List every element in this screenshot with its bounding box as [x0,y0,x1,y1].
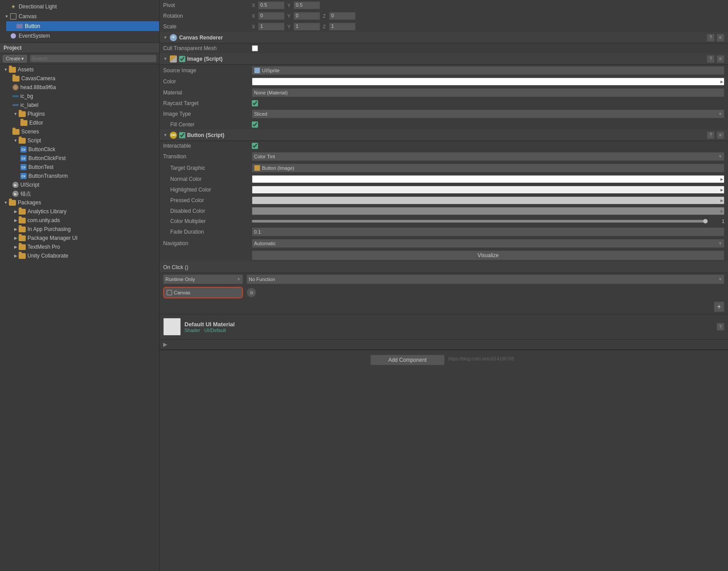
disabled-color-field[interactable]: ▶ [252,207,724,215]
rotation-x-input[interactable]: 0 [258,12,285,20]
visualize-button[interactable]: Visualize [252,250,724,260]
scale-x-input[interactable]: 1 [258,23,285,31]
button-script-menu[interactable]: ≡ [716,131,724,139]
transition-text: Color Tint [254,154,275,159]
transition-field[interactable]: Color Tint ▼ [252,152,724,161]
rotation-z-input[interactable]: 0 [329,12,356,20]
function-dropdown[interactable]: No Function ▼ [247,274,724,284]
project-item-icbg[interactable]: ic_bg [0,92,159,101]
material-help[interactable]: ? [716,323,724,331]
packages-root[interactable]: ▼ Packages [0,198,159,207]
material-expand-arrow[interactable]: ▶ [163,341,167,348]
rotation-z-label: Z [323,13,328,19]
project-item-buttontest[interactable]: C# ButtonTest [0,163,159,172]
project-item-analytics[interactable]: ▶ Analytics Library [0,207,159,216]
add-component-row: Add Component https://blog.csdn.net/u014… [160,350,728,370]
color-multiplier-track[interactable] [252,220,708,223]
packages-folder-icon [9,200,16,206]
pivot-y-input[interactable]: 0.5 [294,1,320,9]
project-item-unityads[interactable]: ▶ com.unity.ads [0,216,159,225]
project-item-collaborate[interactable]: ▶ Unity Collaborate [0,251,159,260]
color-multiplier-value: 1 [252,219,724,224]
project-item-anchor[interactable]: ▶ 锚点 [0,189,159,198]
hierarchy-item-button[interactable]: Button [6,21,159,31]
cull-row: Cull Transparent Mesh [160,43,728,53]
project-item-packagemanager[interactable]: ▶ Package Manager UI [0,234,159,242]
project-search[interactable] [30,55,157,63]
source-image-field[interactable]: UISprite [252,66,724,75]
project-item-cavascamera[interactable]: CavasCamera [0,74,159,83]
project-item-buttonclick[interactable]: C# ButtonClick [0,145,159,154]
assets-root[interactable]: ▼ Assets [0,65,159,74]
folder-icon [19,111,26,117]
canvas-renderer-header[interactable]: ▼ 👁 Canvas Renderer ? ≡ [160,32,728,43]
project-item-plugins[interactable]: ▼ Plugins [0,110,159,118]
scale-z-field: Z 1 [323,23,356,31]
image-script-menu[interactable]: ≡ [716,55,724,63]
navigation-field[interactable]: Automatic ▼ [252,239,724,248]
cs-icon: C# [20,173,27,179]
source-image-label: Source Image [163,67,252,74]
image-type-label: Image Type [163,111,252,117]
item-label: Analytics Library [27,208,67,215]
project-item-buttonclickfirst[interactable]: C# ButtonClickFirst [0,154,159,163]
project-item-textmesh[interactable]: ▶ TextMesh Pro [0,242,159,251]
add-component-button[interactable]: Add Component [370,355,445,365]
canvas-object-field[interactable]: Canvas [163,287,243,298]
pressed-color-field[interactable]: ▶ [252,196,724,204]
project-item-scenes[interactable]: Scenes [0,127,159,136]
add-onclick-button[interactable]: + [714,301,724,312]
item-label: ButtonClick [28,146,55,153]
create-button[interactable]: Create ▾ [3,55,27,63]
image-script-checkbox[interactable] [179,56,185,62]
canvas-renderer-help[interactable]: ? [707,34,715,42]
eye-icon: 👁 [170,34,177,41]
rotation-z-field: Z 0 [323,12,356,20]
canvas-settings-btn[interactable]: ⚙ [247,288,256,297]
canvas-renderer-menu[interactable]: ≡ [716,34,724,42]
project-item-iclabel[interactable]: ic_label [0,101,159,110]
scale-y-field: Y 1 [287,23,320,31]
image-type-field[interactable]: Sliced ▼ [252,110,724,118]
normal-color-field[interactable]: ▶ [252,175,724,183]
hierarchy-item-canvas[interactable]: ▼ Canvas [0,12,159,21]
fade-duration-field[interactable]: 0.1 [252,227,724,236]
interactable-checkbox[interactable] [252,143,258,149]
rotation-y-input[interactable]: 0 [294,12,320,20]
hierarchy-item-directionallight[interactable]: ☀ Directional Light [0,2,159,12]
button-script-checkbox[interactable] [179,132,185,138]
source-image-value[interactable]: UISprite [252,66,724,75]
raycast-row: Raycast Target [160,98,728,108]
image-script-header[interactable]: ▼ Image (Script) ? ≡ [160,53,728,65]
folder-icon [12,76,20,82]
item-label: Scenes [21,129,39,135]
target-graphic-field[interactable]: Button (Image) [252,164,724,172]
raycast-checkbox[interactable] [252,100,258,106]
color-field[interactable]: ▶ [252,78,724,86]
project-item-script[interactable]: ▼ Script [0,136,159,145]
highlighted-color-value: ▶ [252,186,724,194]
pivot-x-input[interactable]: 0.5 [258,1,285,9]
project-item-buttontransform[interactable]: C# ButtonTransform [0,172,159,180]
material-field[interactable]: None (Material) [252,88,724,97]
image-script-help[interactable]: ? [707,55,715,63]
project-item-editor[interactable]: Editor [0,118,159,127]
runtime-dropdown[interactable]: Runtime Only ▼ [163,274,243,284]
cull-label: Cull Transparent Mesh [163,45,252,51]
cull-value [252,45,724,51]
button-icon [16,23,23,30]
project-title: Project [4,45,22,51]
hierarchy-item-eventsystem[interactable]: EventSystem [0,31,159,41]
project-item-iap[interactable]: ▶ In App Purchasing [0,225,159,234]
button-script-header[interactable]: ▼ OK Button (Script) ? ≡ [160,129,728,141]
cull-checkbox[interactable] [252,45,258,51]
fill-center-checkbox[interactable] [252,121,258,128]
button-script-help[interactable]: ? [707,131,715,139]
project-item-head[interactable]: head.88ba9f6a [0,83,159,92]
pivot-x-label: X [252,3,257,8]
scale-z-input[interactable]: 1 [329,23,356,31]
highlighted-color-field[interactable]: ▶ [252,186,724,194]
scale-y-input[interactable]: 1 [294,23,320,31]
project-item-uiscript[interactable]: ▶ UIScript [0,180,159,189]
visualize-row: Visualize [160,249,728,262]
